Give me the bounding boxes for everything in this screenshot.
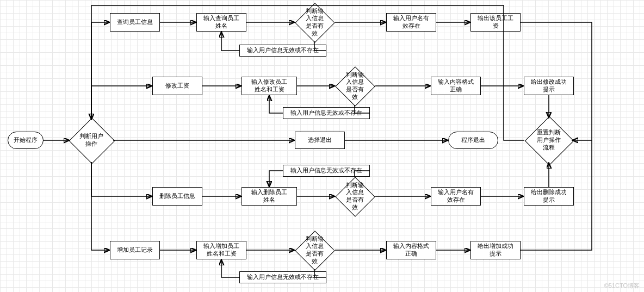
add-label: 增加员工记录 xyxy=(117,246,153,254)
add-valid-label: 判断输入信息是否有效 xyxy=(301,233,328,268)
modify-in-label: 输入修改员工姓名和工资 xyxy=(251,78,287,94)
query-out-label: 输出该员工工资 xyxy=(478,15,513,30)
delete-exist-label: 输入用户名有效存在 xyxy=(438,189,474,204)
modify-rect: 修改工资 xyxy=(152,77,202,95)
delete-ok-label: 给出删除成功提示 xyxy=(531,189,567,204)
modify-fmt-label: 输入内容格式正确 xyxy=(438,78,474,94)
delete-in-rect: 输入删除员工姓名 xyxy=(242,187,297,206)
invalid1-rect: 输入用户信息无效或不存在 xyxy=(239,45,326,57)
invalid4-rect: 输入用户信息无效或不存在 xyxy=(239,271,326,283)
prog-exit-label: 程序退出 xyxy=(461,136,485,144)
invalid2-rect: 输入用户信息无效或不存在 xyxy=(283,107,370,119)
query-info-label: 查询员工信息 xyxy=(117,18,153,26)
modify-ok-label: 给出修改成功提示 xyxy=(531,78,567,94)
query-name-label: 输入查询员工姓名 xyxy=(203,15,239,30)
delete-label: 删除员工信息 xyxy=(159,192,195,200)
delete-exist-rect: 输入用户名有效存在 xyxy=(431,187,481,206)
add-in-rect: 输入增加员工姓名和工资 xyxy=(196,241,246,259)
modify-valid-label: 判断输入信息是否有效 xyxy=(341,69,368,103)
modify-ok-rect: 给出修改成功提示 xyxy=(524,77,574,95)
add-fmt-rect: 输入内容格式正确 xyxy=(386,241,436,259)
select-exit-rect: 选择退出 xyxy=(295,132,345,149)
query-valid-diamond: 判断输入信息是否有效 xyxy=(301,9,328,36)
add-rect: 增加员工记录 xyxy=(110,241,160,259)
add-in-label: 输入增加员工姓名和工资 xyxy=(203,243,239,258)
invalid4-label: 输入用户信息无效或不存在 xyxy=(247,274,319,281)
delete-rect: 删除员工信息 xyxy=(152,187,202,206)
invalid2-label: 输入用户信息无效或不存在 xyxy=(290,109,362,117)
reset-diamond: 重置判断用户操作流程 xyxy=(532,123,566,157)
invalid1-label: 输入用户信息无效或不存在 xyxy=(247,47,319,54)
invalid3-label: 输入用户信息无效或不存在 xyxy=(290,167,362,175)
prog-exit-node: 程序退出 xyxy=(448,132,498,149)
query-name-rect: 输入查询员工姓名 xyxy=(196,13,246,32)
reset-label: 重置判断用户操作流程 xyxy=(532,127,566,153)
add-ok-label: 给出增加成功提示 xyxy=(478,243,513,258)
judge-label: 判断用户操作 xyxy=(76,131,107,150)
start-label: 开始程序 xyxy=(14,136,38,144)
modify-label: 修改工资 xyxy=(165,82,189,90)
query-info-rect: 查询员工信息 xyxy=(110,13,160,32)
query-valid-label: 判断输入信息是否有效 xyxy=(301,5,328,40)
delete-ok-rect: 给出删除成功提示 xyxy=(524,187,574,206)
query-exist-label: 输入用户名有效存在 xyxy=(393,15,429,30)
query-exist-rect: 输入用户名有效存在 xyxy=(386,13,436,32)
add-fmt-label: 输入内容格式正确 xyxy=(393,243,429,258)
modify-fmt-rect: 输入内容格式正确 xyxy=(431,77,481,95)
modify-valid-diamond: 判断输入信息是否有效 xyxy=(341,72,368,100)
delete-valid-label: 判断输入信息是否有效 xyxy=(341,179,368,214)
add-ok-rect: 给出增加成功提示 xyxy=(470,241,521,259)
delete-in-label: 输入删除员工姓名 xyxy=(251,189,287,204)
watermark: ©51CTO博客 xyxy=(604,282,640,290)
judge-diamond: 判断用户操作 xyxy=(76,125,107,156)
start-node: 开始程序 xyxy=(8,132,44,149)
select-exit-label: 选择退出 xyxy=(308,136,332,144)
invalid3-rect: 输入用户信息无效或不存在 xyxy=(283,165,370,177)
add-valid-diamond: 判断输入信息是否有效 xyxy=(301,237,328,264)
query-out-rect: 输出该员工工资 xyxy=(470,13,521,32)
modify-in-rect: 输入修改员工姓名和工资 xyxy=(242,77,297,95)
delete-valid-diamond: 判断输入信息是否有效 xyxy=(341,183,368,210)
